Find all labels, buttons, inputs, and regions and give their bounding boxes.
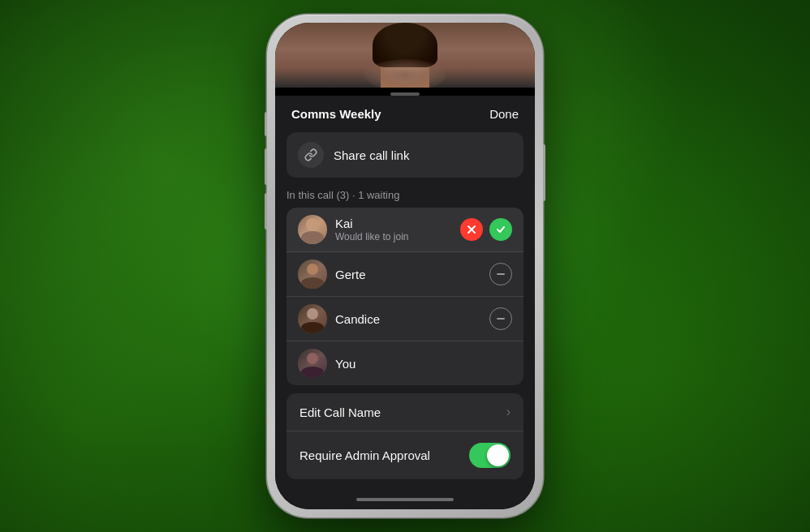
link-icon-circle <box>298 142 324 168</box>
participant-name: Kai <box>335 217 452 230</box>
minus-icon <box>495 268 506 280</box>
edit-call-name-label: Edit Call Name <box>299 405 498 419</box>
phone-device: Comms Weekly Done Share call link In thi… <box>267 15 543 517</box>
settings-section: Edit Call Name › Require Admin Approval <box>287 393 523 479</box>
person-hair <box>373 23 437 67</box>
phone-screen: Comms Weekly Done Share call link In thi… <box>275 23 535 509</box>
participant-actions <box>489 307 512 330</box>
power-button <box>543 144 545 201</box>
bottom-sheet: Comms Weekly Done Share call link In thi… <box>275 96 535 509</box>
participant-status: Would like to join <box>335 231 452 242</box>
call-count-label: In this call (3) · 1 waiting <box>275 186 535 208</box>
avatar <box>298 304 327 333</box>
share-link-label: Share call link <box>334 148 409 162</box>
x-icon <box>467 225 476 234</box>
accept-button[interactable] <box>489 218 512 241</box>
participant-info: Candice <box>335 312 481 326</box>
participant-actions <box>460 218 512 241</box>
call-title: Comms Weekly <box>291 107 381 121</box>
reject-button[interactable] <box>460 218 483 241</box>
done-button[interactable]: Done <box>489 107 519 121</box>
chevron-right-icon: › <box>506 405 511 419</box>
participant-info: Kai Would like to join <box>335 217 452 242</box>
require-admin-approval-label: Require Admin Approval <box>299 448 461 462</box>
sheet-header: Comms Weekly Done <box>275 96 535 129</box>
link-icon <box>304 148 317 161</box>
volume-up-button <box>265 148 267 185</box>
volume-silent-button <box>265 112 267 136</box>
volume-down-button <box>265 193 267 230</box>
camera-feed <box>275 23 535 88</box>
participant-row: Kai Would like to join <box>287 208 523 252</box>
participant-row: Gerte <box>287 252 523 297</box>
admin-approval-toggle[interactable] <box>469 443 511 468</box>
minus-icon <box>495 313 506 324</box>
participant-info: Gerte <box>335 268 481 281</box>
participant-name: Gerte <box>335 268 481 281</box>
remove-button[interactable] <box>489 307 512 330</box>
avatar <box>298 349 327 378</box>
avatar <box>298 260 327 289</box>
remove-button[interactable] <box>489 263 512 285</box>
require-admin-approval-row: Require Admin Approval <box>287 431 523 479</box>
avatar <box>298 215 327 244</box>
toggle-knob <box>487 444 509 466</box>
participant-row: Candice <box>287 297 523 341</box>
participants-list: Kai Would like to join <box>287 208 523 385</box>
edit-call-name-row[interactable]: Edit Call Name › <box>287 393 523 431</box>
participant-actions <box>489 263 512 285</box>
checkmark-icon <box>496 225 506 234</box>
participant-row: You <box>287 341 523 385</box>
participant-info: You <box>335 357 512 371</box>
home-indicator <box>356 498 454 501</box>
participant-name: Candice <box>335 312 481 326</box>
share-call-link-row[interactable]: Share call link <box>287 132 523 178</box>
participant-name: You <box>335 357 512 371</box>
